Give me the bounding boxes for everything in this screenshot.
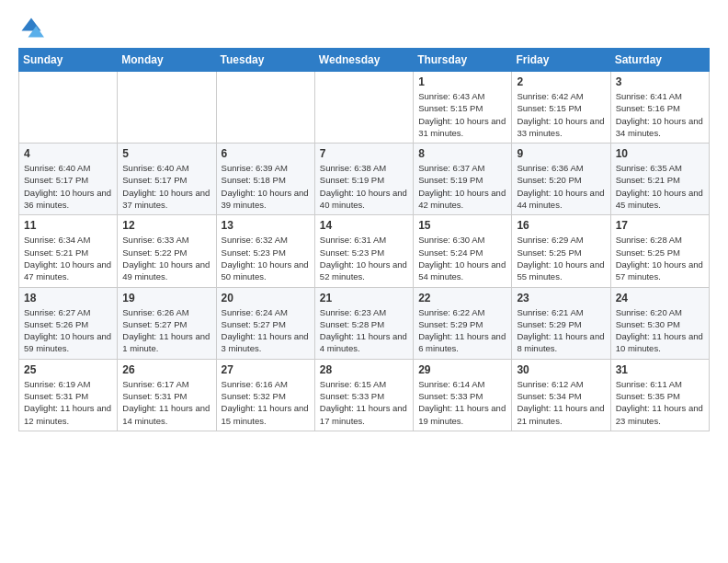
day-info: Sunrise: 6:14 AM Sunset: 5:33 PM Dayligh… bbox=[418, 378, 506, 427]
logo-icon bbox=[18, 15, 44, 40]
calendar-cell: 16Sunrise: 6:29 AM Sunset: 5:25 PM Dayli… bbox=[512, 215, 610, 287]
day-info: Sunrise: 6:29 AM Sunset: 5:25 PM Dayligh… bbox=[517, 234, 605, 282]
calendar-cell: 21Sunrise: 6:23 AM Sunset: 5:28 PM Dayli… bbox=[314, 287, 413, 359]
day-info: Sunrise: 6:34 AM Sunset: 5:21 PM Dayligh… bbox=[24, 234, 112, 282]
calendar-week-row: 25Sunrise: 6:19 AM Sunset: 5:31 PM Dayli… bbox=[19, 359, 710, 431]
day-info: Sunrise: 6:30 AM Sunset: 5:24 PM Dayligh… bbox=[418, 234, 506, 282]
day-info: Sunrise: 6:16 AM Sunset: 5:32 PM Dayligh… bbox=[222, 378, 310, 427]
calendar-cell: 4Sunrise: 6:40 AM Sunset: 5:17 PM Daylig… bbox=[19, 144, 118, 215]
calendar-cell: 8Sunrise: 6:37 AM Sunset: 5:19 PM Daylig… bbox=[414, 144, 512, 215]
calendar-cell: 10Sunrise: 6:35 AM Sunset: 5:21 PM Dayli… bbox=[610, 144, 709, 215]
day-number: 1 bbox=[418, 75, 506, 88]
calendar-table: SundayMondayTuesdayWednesdayThursdayFrid… bbox=[18, 48, 710, 431]
calendar-cell: 30Sunrise: 6:12 AM Sunset: 5:34 PM Dayli… bbox=[512, 359, 610, 431]
day-info: Sunrise: 6:28 AM Sunset: 5:25 PM Dayligh… bbox=[616, 234, 704, 282]
day-info: Sunrise: 6:23 AM Sunset: 5:28 PM Dayligh… bbox=[320, 306, 408, 355]
day-info: Sunrise: 6:36 AM Sunset: 5:20 PM Dayligh… bbox=[517, 162, 605, 211]
day-info: Sunrise: 6:11 AM Sunset: 5:35 PM Dayligh… bbox=[616, 378, 704, 427]
day-number: 10 bbox=[616, 147, 704, 160]
day-number: 28 bbox=[320, 363, 408, 376]
day-number: 20 bbox=[222, 292, 310, 304]
calendar-cell bbox=[118, 72, 216, 144]
day-info: Sunrise: 6:22 AM Sunset: 5:29 PM Dayligh… bbox=[418, 306, 506, 355]
calendar-cell: 22Sunrise: 6:22 AM Sunset: 5:29 PM Dayli… bbox=[414, 287, 512, 359]
column-header-wednesday: Wednesday bbox=[314, 49, 413, 72]
day-info: Sunrise: 6:17 AM Sunset: 5:31 PM Dayligh… bbox=[122, 378, 210, 427]
day-number: 31 bbox=[616, 363, 704, 376]
day-number: 25 bbox=[24, 363, 112, 376]
calendar-cell: 19Sunrise: 6:26 AM Sunset: 5:27 PM Dayli… bbox=[118, 287, 216, 359]
day-number: 12 bbox=[122, 219, 210, 232]
day-number: 3 bbox=[616, 75, 704, 88]
day-number: 30 bbox=[517, 363, 605, 376]
day-number: 19 bbox=[122, 292, 210, 304]
day-number: 4 bbox=[24, 147, 112, 160]
day-number: 22 bbox=[418, 292, 506, 304]
calendar-cell: 13Sunrise: 6:32 AM Sunset: 5:23 PM Dayli… bbox=[216, 215, 314, 287]
day-info: Sunrise: 6:35 AM Sunset: 5:21 PM Dayligh… bbox=[616, 162, 704, 211]
calendar-cell: 7Sunrise: 6:38 AM Sunset: 5:19 PM Daylig… bbox=[314, 144, 413, 215]
calendar-week-row: 18Sunrise: 6:27 AM Sunset: 5:26 PM Dayli… bbox=[19, 287, 710, 359]
day-number: 2 bbox=[517, 75, 605, 88]
calendar-cell: 5Sunrise: 6:40 AM Sunset: 5:17 PM Daylig… bbox=[118, 144, 216, 215]
calendar-header-row: SundayMondayTuesdayWednesdayThursdayFrid… bbox=[19, 49, 710, 72]
calendar-cell: 24Sunrise: 6:20 AM Sunset: 5:30 PM Dayli… bbox=[610, 287, 709, 359]
day-number: 26 bbox=[122, 363, 210, 376]
day-number: 5 bbox=[122, 147, 210, 160]
column-header-thursday: Thursday bbox=[414, 49, 512, 72]
calendar-cell: 25Sunrise: 6:19 AM Sunset: 5:31 PM Dayli… bbox=[19, 359, 118, 431]
day-info: Sunrise: 6:19 AM Sunset: 5:31 PM Dayligh… bbox=[24, 378, 112, 427]
day-info: Sunrise: 6:39 AM Sunset: 5:18 PM Dayligh… bbox=[222, 162, 310, 211]
calendar-cell: 15Sunrise: 6:30 AM Sunset: 5:24 PM Dayli… bbox=[414, 215, 512, 287]
day-info: Sunrise: 6:40 AM Sunset: 5:17 PM Dayligh… bbox=[24, 162, 112, 211]
day-info: Sunrise: 6:15 AM Sunset: 5:33 PM Dayligh… bbox=[320, 378, 408, 427]
calendar-cell: 31Sunrise: 6:11 AM Sunset: 5:35 PM Dayli… bbox=[610, 359, 709, 431]
day-info: Sunrise: 6:12 AM Sunset: 5:34 PM Dayligh… bbox=[517, 378, 605, 427]
calendar-cell: 12Sunrise: 6:33 AM Sunset: 5:22 PM Dayli… bbox=[118, 215, 216, 287]
calendar-cell: 29Sunrise: 6:14 AM Sunset: 5:33 PM Dayli… bbox=[414, 359, 512, 431]
day-info: Sunrise: 6:21 AM Sunset: 5:29 PM Dayligh… bbox=[517, 306, 605, 355]
day-number: 18 bbox=[24, 292, 112, 304]
day-number: 15 bbox=[418, 219, 506, 232]
calendar-cell: 11Sunrise: 6:34 AM Sunset: 5:21 PM Dayli… bbox=[19, 215, 118, 287]
calendar-cell: 2Sunrise: 6:42 AM Sunset: 5:15 PM Daylig… bbox=[512, 72, 610, 144]
calendar-cell bbox=[314, 72, 413, 144]
calendar-week-row: 1Sunrise: 6:43 AM Sunset: 5:15 PM Daylig… bbox=[19, 72, 710, 144]
day-info: Sunrise: 6:41 AM Sunset: 5:16 PM Dayligh… bbox=[616, 90, 704, 139]
day-number: 24 bbox=[616, 292, 704, 304]
day-number: 6 bbox=[222, 147, 310, 160]
calendar-cell: 28Sunrise: 6:15 AM Sunset: 5:33 PM Dayli… bbox=[314, 359, 413, 431]
day-info: Sunrise: 6:37 AM Sunset: 5:19 PM Dayligh… bbox=[418, 162, 506, 211]
day-info: Sunrise: 6:24 AM Sunset: 5:27 PM Dayligh… bbox=[222, 306, 310, 355]
day-number: 23 bbox=[517, 292, 605, 304]
column-header-monday: Monday bbox=[118, 49, 216, 72]
day-info: Sunrise: 6:33 AM Sunset: 5:22 PM Dayligh… bbox=[122, 234, 210, 282]
column-header-saturday: Saturday bbox=[610, 49, 709, 72]
day-info: Sunrise: 6:27 AM Sunset: 5:26 PM Dayligh… bbox=[24, 306, 112, 355]
day-number: 13 bbox=[222, 219, 310, 232]
header bbox=[18, 15, 710, 40]
day-info: Sunrise: 6:20 AM Sunset: 5:30 PM Dayligh… bbox=[616, 306, 704, 355]
day-info: Sunrise: 6:31 AM Sunset: 5:23 PM Dayligh… bbox=[320, 234, 408, 282]
day-number: 14 bbox=[320, 219, 408, 232]
calendar-cell: 26Sunrise: 6:17 AM Sunset: 5:31 PM Dayli… bbox=[118, 359, 216, 431]
day-number: 21 bbox=[320, 292, 408, 304]
calendar-cell: 14Sunrise: 6:31 AM Sunset: 5:23 PM Dayli… bbox=[314, 215, 413, 287]
calendar-cell: 6Sunrise: 6:39 AM Sunset: 5:18 PM Daylig… bbox=[216, 144, 314, 215]
calendar-cell bbox=[19, 72, 118, 144]
day-number: 8 bbox=[418, 147, 506, 160]
calendar-cell: 27Sunrise: 6:16 AM Sunset: 5:32 PM Dayli… bbox=[216, 359, 314, 431]
calendar-cell: 20Sunrise: 6:24 AM Sunset: 5:27 PM Dayli… bbox=[216, 287, 314, 359]
calendar-cell: 18Sunrise: 6:27 AM Sunset: 5:26 PM Dayli… bbox=[19, 287, 118, 359]
day-number: 11 bbox=[24, 219, 112, 232]
calendar-cell: 17Sunrise: 6:28 AM Sunset: 5:25 PM Dayli… bbox=[610, 215, 709, 287]
day-number: 16 bbox=[517, 219, 605, 232]
calendar-week-row: 11Sunrise: 6:34 AM Sunset: 5:21 PM Dayli… bbox=[19, 215, 710, 287]
calendar-cell: 1Sunrise: 6:43 AM Sunset: 5:15 PM Daylig… bbox=[414, 72, 512, 144]
day-info: Sunrise: 6:43 AM Sunset: 5:15 PM Dayligh… bbox=[418, 90, 506, 139]
column-header-sunday: Sunday bbox=[19, 49, 118, 72]
calendar-cell: 3Sunrise: 6:41 AM Sunset: 5:16 PM Daylig… bbox=[610, 72, 709, 144]
calendar-cell bbox=[216, 72, 314, 144]
day-number: 27 bbox=[222, 363, 310, 376]
day-number: 17 bbox=[616, 219, 704, 232]
